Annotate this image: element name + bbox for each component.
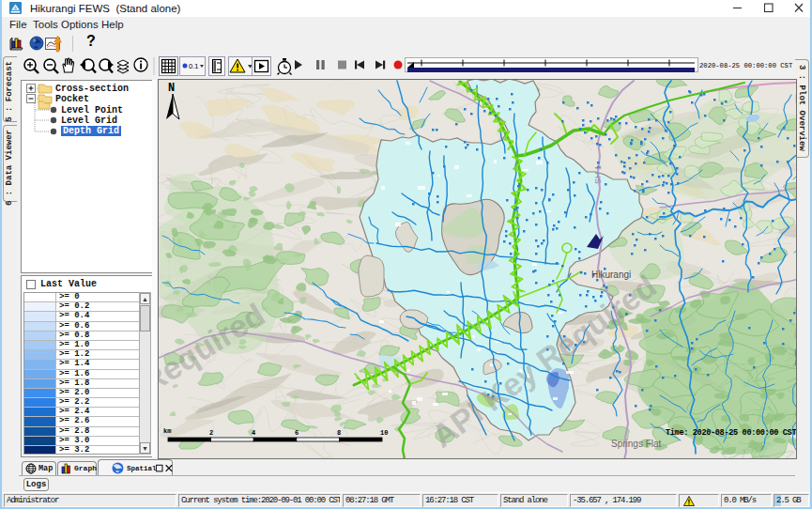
svg-text:2020-08-25 00:00:00 CST: 2020-08-25 00:00:00 CST bbox=[699, 62, 793, 69]
svg-text:0.1: 0.1 bbox=[189, 62, 198, 70]
svg-text:Springs Flat: Springs Flat bbox=[611, 439, 662, 449]
svg-text:2: 2 bbox=[209, 429, 213, 437]
svg-text:N: N bbox=[168, 82, 175, 95]
svg-text:km: km bbox=[163, 427, 171, 435]
svg-text:10: 10 bbox=[380, 429, 388, 437]
svg-text:8: 8 bbox=[337, 429, 341, 437]
svg-text:4: 4 bbox=[252, 429, 255, 437]
svg-text:Hikurangi: Hikurangi bbox=[591, 270, 631, 280]
svg-text:Time: 2020-08-25 00:00:00 CST: Time: 2020-08-25 00:00:00 CST bbox=[666, 428, 796, 438]
svg-text:6: 6 bbox=[295, 429, 299, 437]
svg-text:SH 1: SH 1 bbox=[593, 165, 603, 184]
